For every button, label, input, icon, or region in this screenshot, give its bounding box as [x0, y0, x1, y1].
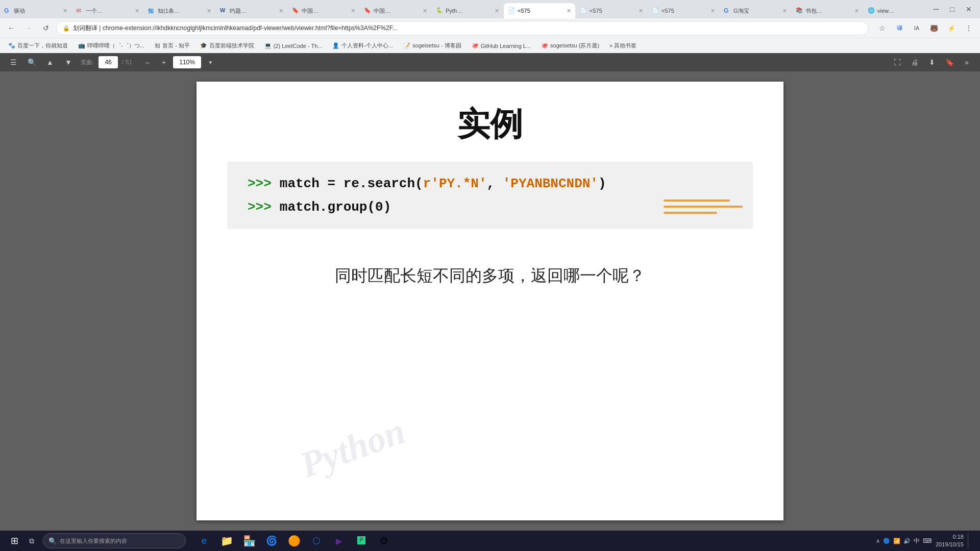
tab-close-bk2[interactable]: ✕ [423, 8, 427, 14]
bookmark-cnblogs[interactable]: 📝 sogeisetsu - 博客园 [399, 41, 465, 51]
taskbar-explorer[interactable]: 📁 [216, 531, 237, 551]
zoom-controls: – + ▼ [140, 55, 217, 69]
zoom-input[interactable] [173, 56, 201, 68]
taskbar-terminal[interactable]: ▶ [329, 531, 349, 551]
tab-py[interactable]: 🐍 Pyth… ✕ [432, 3, 503, 18]
tab-close-word[interactable]: ✕ [279, 8, 283, 14]
tab-word[interactable]: W 约题… ✕ [216, 3, 287, 18]
tab-close-shu[interactable]: ✕ [854, 8, 859, 14]
tab-close-pdf2[interactable]: ✕ [639, 8, 643, 14]
pdf-next-page[interactable]: ▼ [61, 55, 76, 69]
pdf-download-button[interactable]: ⬇ [925, 55, 939, 69]
reload-button[interactable]: ↺ [39, 21, 53, 35]
taskbar-settings[interactable]: ⚙ [374, 531, 394, 551]
tray-network[interactable]: 📶 [893, 538, 900, 544]
taskbar-ie[interactable]: e [194, 531, 214, 551]
bookmark-zhihu[interactable]: 知 首页 - 知乎 [151, 41, 194, 51]
code-string-input: 'PYANBNCNDN' [503, 176, 598, 191]
bookmark-profile-icon: 👤 [332, 42, 339, 49]
taskbar-app-icons: e 📁 🏪 🌀 🟠 ⬡ ▶ 🅿 ⚙ [194, 531, 394, 551]
extension-icon3[interactable]: ⚡ [944, 21, 959, 35]
tab-pdf1-active[interactable]: 📄 <575 ✕ [504, 3, 575, 18]
taskbar-search[interactable]: 🔍 在这里输入你要搜索的内容 [43, 533, 186, 548]
bookmark-more[interactable]: » 其他书签 [605, 41, 641, 51]
tab-favicon-py: 🐍 [436, 7, 443, 14]
pdf-bookmark-button[interactable]: 🔖 [942, 55, 957, 69]
tab-favicon-mail: ✉ [76, 7, 83, 14]
tab-taobao[interactable]: G G淘宝 ✕ [720, 3, 791, 18]
pdf-print-button[interactable]: 🖨 [908, 55, 922, 69]
tab-bk2[interactable]: 🔖 中国… ✕ [360, 3, 431, 18]
more-button[interactable]: ⋮ [962, 21, 976, 35]
taskbar-chrome[interactable]: 🌀 [261, 531, 282, 551]
pdf-search-button[interactable]: 🔍 [24, 55, 39, 69]
tab-close-zhihu[interactable]: ✕ [207, 8, 211, 14]
taskbar-app5[interactable]: 🟠 [284, 531, 304, 551]
tab-bk1[interactable]: 🔖 中国… ✕ [288, 3, 359, 18]
forward-button[interactable]: → [21, 21, 36, 35]
tab-close-pdf3[interactable]: ✕ [710, 8, 715, 14]
tab-close-mail[interactable]: ✕ [135, 8, 139, 14]
tab-drive[interactable]: G 驱动 ✕ [0, 3, 71, 18]
tray-keyboard[interactable]: ⌨ [923, 537, 932, 544]
underline-decoration [664, 199, 743, 214]
code-close-paren: ) [598, 176, 606, 191]
code-comma: , [487, 176, 503, 191]
tray-volume[interactable]: 🔊 [903, 538, 911, 544]
extension-icon1[interactable]: IA [910, 21, 924, 35]
url-lock-icon: 🔒 [63, 25, 70, 32]
zoom-out-button[interactable]: – [140, 55, 155, 69]
bookmark-star-icon[interactable]: ☆ [875, 21, 889, 35]
chrome-titlebar: G 驱动 ✕ ✉ 一个… ✕ 知 知(1条… ✕ W 约题… ✕ 🔖 中国… ✕… [0, 0, 980, 18]
start-button[interactable]: ⊞ [4, 531, 24, 551]
tab-close-drive[interactable]: ✕ [63, 8, 67, 14]
tab-view[interactable]: 🌐 view… ✕ [864, 3, 925, 18]
close-button[interactable]: ✕ [962, 5, 976, 13]
bookmark-github[interactable]: 🐙 GitHub Learning L... [468, 41, 535, 50]
bookmark-leetcode[interactable]: 💻 (2) LeetCode - Th... [260, 41, 327, 50]
tab-shu[interactable]: 📚 书包… ✕ [792, 3, 863, 18]
pdf-sidebar-toggle[interactable]: ☰ [6, 55, 20, 69]
taskbar-vscode[interactable]: ⬡ [306, 531, 327, 551]
code-match-assign: match = re.search( [280, 176, 423, 191]
minimize-button[interactable]: ─ [929, 5, 943, 14]
tab-close-taobao[interactable]: ✕ [782, 8, 787, 14]
show-desktop-button[interactable] [968, 533, 972, 548]
tab-mail[interactable]: ✉ 一个… ✕ [72, 3, 143, 18]
taskview-button[interactable]: ⧉ [24, 534, 39, 548]
pdf-page-input[interactable] [99, 56, 118, 68]
pdf-more-button[interactable]: » [960, 55, 974, 69]
bookmark-github2[interactable]: 🐙 sogeisetsu (苏月晟) [537, 41, 603, 51]
tab-favicon-drive: G [4, 7, 11, 14]
tab-pdf3[interactable]: 📄 <575 ✕ [648, 3, 719, 18]
translate-icon[interactable]: 译 [892, 21, 906, 35]
zoom-in-button[interactable]: + [157, 55, 171, 69]
bookmark-profile[interactable]: 👤 个人资料-个人中心... [328, 41, 397, 51]
tab-close-bk1[interactable]: ✕ [351, 8, 355, 14]
extension-icon2[interactable]: 🐻 [927, 21, 941, 35]
tray-arrow[interactable]: ∧ [876, 538, 880, 544]
tab-zhihu[interactable]: 知 知(1条… ✕ [144, 3, 215, 18]
pdf-prev-page[interactable]: ▲ [43, 55, 57, 69]
tab-favicon-shu: 📚 [796, 7, 803, 14]
taskbar-store[interactable]: 🏪 [239, 531, 259, 551]
bookmark-bilibili[interactable]: 📺 哔哩哔哩（゜-゜）つ... [74, 41, 149, 51]
tab-title-bk2: 中国… [374, 7, 421, 15]
tab-close-pdf1[interactable]: ✕ [567, 8, 571, 14]
url-bar[interactable]: 🔒 划词翻译 | chrome-extension://ikhdkkncnogl… [56, 21, 869, 35]
tab-favicon-bk1: 🔖 [292, 7, 299, 14]
tab-pdf2[interactable]: 📄 <575 ✕ [576, 3, 647, 18]
taskbar-datetime[interactable]: 0:18 2019/10/15 [936, 533, 964, 549]
back-button[interactable]: ← [4, 21, 18, 35]
tray-ime[interactable]: 中 [914, 537, 920, 545]
maximize-button[interactable]: □ [946, 5, 959, 13]
tray-bluetooth[interactable]: 🔵 [883, 538, 890, 544]
taskbar-pycharm[interactable]: 🅿 [351, 531, 372, 551]
zoom-dropdown-button[interactable]: ▼ [203, 55, 217, 69]
bookmark-baidu-edu[interactable]: 🎓 百度前端技术学院 [196, 41, 258, 51]
code-line-2: >>> match.group(0) [248, 199, 732, 215]
tab-close-py[interactable]: ✕ [495, 8, 499, 14]
taskbar-time: 0:18 [936, 533, 964, 541]
pdf-fullscreen-button[interactable]: ⛶ [890, 55, 904, 69]
bookmark-baidu[interactable]: 🐾 百度一下，你就知道 [4, 41, 72, 51]
